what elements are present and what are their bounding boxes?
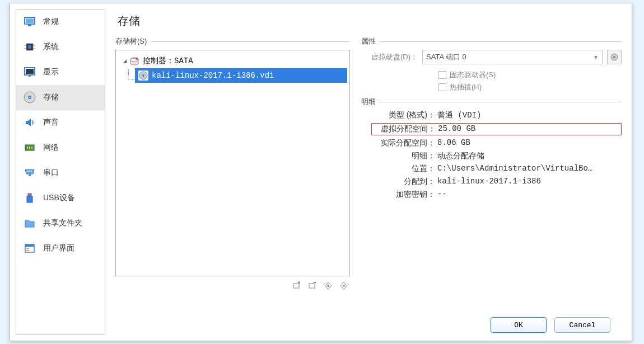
usb-icon xyxy=(23,191,36,205)
detail-value: -- xyxy=(437,190,622,200)
disk-filename: kali-linux-2017.1-i386.vdi xyxy=(152,71,274,80)
storage-tree-group-label: 存储树(S) xyxy=(115,36,350,46)
sidebar-item-ui[interactable]: 用户界面 xyxy=(16,236,105,261)
monitor-icon xyxy=(23,15,36,29)
detail-label: 加密密钥： xyxy=(371,190,437,200)
tree-disk-node[interactable]: kali-linux-2017.1-i386.vdi xyxy=(135,68,347,83)
sidebar-item-system[interactable]: 系统 xyxy=(16,35,105,60)
sidebar-item-shared[interactable]: 共享文件夹 xyxy=(16,211,105,236)
choose-disk-button[interactable] xyxy=(607,50,622,64)
sidebar-label: 显示 xyxy=(43,67,59,77)
svg-point-14 xyxy=(29,97,30,98)
tree-toolbar xyxy=(115,280,350,291)
sidebar-item-storage[interactable]: 存储 xyxy=(16,85,105,110)
hotplug-checkbox-row[interactable]: 热插拔(H) xyxy=(438,82,622,92)
svg-rect-26 xyxy=(25,244,34,247)
controller-icon xyxy=(129,56,139,66)
detail-row: 分配到：kali-linux-2017.1-i386 xyxy=(371,177,622,187)
sidebar-item-serial[interactable]: 串口 xyxy=(16,161,105,186)
hard-disk-row: 虚拟硬盘(D)： SATA 端口 0 ▼ xyxy=(371,50,622,64)
folder-icon xyxy=(23,216,36,230)
svg-rect-10 xyxy=(26,69,34,74)
attributes-group-label: 属性 xyxy=(361,36,622,46)
hard-disk-label: 虚拟硬盘(D)： xyxy=(371,52,418,62)
svg-point-30 xyxy=(136,58,138,60)
ok-button[interactable]: OK xyxy=(491,317,547,333)
svg-rect-18 xyxy=(31,147,32,149)
audio-icon xyxy=(23,116,36,129)
display-icon xyxy=(23,65,36,79)
detail-value: 8.06 GB xyxy=(437,138,622,148)
disk-icon xyxy=(23,91,36,104)
vdi-disk-icon xyxy=(138,70,148,81)
svg-rect-27 xyxy=(26,248,29,249)
dialog-footer: OK Cancel xyxy=(115,310,622,341)
add-attachment-button[interactable] xyxy=(322,280,334,291)
hotplug-checkbox[interactable] xyxy=(438,83,446,91)
svg-rect-2 xyxy=(28,25,31,26)
detail-label: 分配到： xyxy=(371,177,437,187)
svg-rect-22 xyxy=(29,174,31,176)
detail-row: 加密密钥：-- xyxy=(371,190,622,200)
svg-rect-16 xyxy=(27,147,28,149)
serial-icon xyxy=(23,166,36,180)
svg-rect-34 xyxy=(309,284,315,288)
remove-attachment-button[interactable] xyxy=(338,280,350,291)
select-value: SATA 端口 0 xyxy=(426,52,466,62)
ssd-label: 固态驱动器(S) xyxy=(450,70,496,80)
ssd-checkbox-row[interactable]: 固态驱动器(S) xyxy=(438,70,622,80)
detail-value: C:\Users\Administrator\VirtualBo… xyxy=(437,164,622,174)
svg-rect-33 xyxy=(293,284,299,288)
detail-row: 虚拟分配空间：25.00 GB xyxy=(371,123,622,135)
group-text: 明细 xyxy=(361,97,376,107)
detail-label: 明细： xyxy=(371,151,437,161)
cancel-button[interactable]: Cancel xyxy=(554,317,610,333)
network-icon xyxy=(23,141,36,154)
hotplug-label: 热插拔(H) xyxy=(450,82,482,92)
detail-row: 明细：动态分配存储 xyxy=(371,151,622,161)
storage-tree-column: 存储树(S) ◢ 控制器：SATA kali-linux-2017.1-i386… xyxy=(115,36,350,310)
controller-label: 控制器：SATA xyxy=(143,56,193,66)
ssd-checkbox[interactable] xyxy=(438,71,446,79)
sidebar-label: 系统 xyxy=(43,42,59,52)
detail-value: kali-linux-2017.1-i386 xyxy=(437,177,622,187)
sidebar-label: 用户界面 xyxy=(43,243,74,253)
detail-row: 类型 (格式)：普通 (VDI) xyxy=(371,110,622,120)
hard-disk-port-select[interactable]: SATA 端口 0 ▼ xyxy=(422,50,603,64)
svg-rect-23 xyxy=(28,194,31,196)
svg-point-20 xyxy=(29,171,30,172)
sidebar-label: 存储 xyxy=(43,92,59,102)
tree-connector xyxy=(128,69,135,79)
sidebar-label: 常规 xyxy=(43,17,59,27)
sidebar-item-display[interactable]: 显示 xyxy=(16,60,105,85)
sidebar-item-audio[interactable]: 声音 xyxy=(16,110,105,135)
svg-rect-4 xyxy=(28,45,31,49)
group-line xyxy=(379,102,622,102)
group-line xyxy=(150,41,350,42)
detail-label: 类型 (格式)： xyxy=(371,110,437,120)
settings-dialog: 常规 系统 显示 存储 声音 网络 xyxy=(10,3,632,341)
remove-controller-button[interactable] xyxy=(306,280,319,291)
chip-icon xyxy=(23,40,36,54)
svg-rect-28 xyxy=(26,250,29,251)
sidebar: 常规 系统 显示 存储 声音 网络 xyxy=(16,9,105,335)
dialog-body: 常规 系统 显示 存储 声音 网络 xyxy=(10,3,632,341)
sidebar-item-usb[interactable]: USB设备 xyxy=(16,186,105,211)
group-text: 属性 xyxy=(361,36,376,46)
svg-rect-11 xyxy=(29,76,31,77)
sidebar-label: USB设备 xyxy=(43,193,75,203)
attributes-column: 属性 虚拟硬盘(D)： SATA 端口 0 ▼ 固态驱动器(S) xyxy=(361,36,622,310)
detail-label: 虚拟分配空间： xyxy=(372,124,438,134)
group-text: 存储树(S) xyxy=(115,36,147,46)
detail-row: 位置：C:\Users\Administrator\VirtualBo… xyxy=(371,164,622,174)
detail-value: 普通 (VDI) xyxy=(437,110,622,120)
sidebar-item-network[interactable]: 网络 xyxy=(16,135,105,161)
storage-tree[interactable]: ◢ 控制器：SATA kali-linux-2017.1-i386.vdi xyxy=(115,50,350,276)
svg-rect-1 xyxy=(26,18,34,23)
sidebar-item-general[interactable]: 常规 xyxy=(16,10,105,35)
svg-rect-24 xyxy=(27,196,32,202)
caret-icon: ◢ xyxy=(122,58,128,64)
add-controller-button[interactable] xyxy=(291,280,303,291)
tree-controller-node[interactable]: ◢ 控制器：SATA xyxy=(118,54,347,68)
sidebar-label: 共享文件夹 xyxy=(43,218,82,228)
